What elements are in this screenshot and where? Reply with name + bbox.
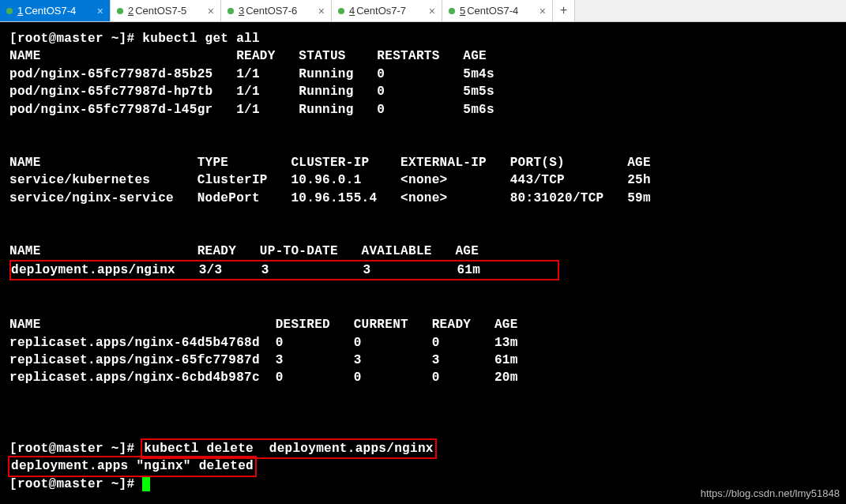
command: kubectl get all (142, 32, 260, 46)
status-dot-icon (117, 8, 123, 14)
tab-num: 1 (17, 5, 23, 17)
tab-num: 5 (460, 5, 465, 17)
terminal-content: [root@master ~]# kubectl get all NAME RE… (9, 30, 837, 493)
tab-label: CentOs7-7 (356, 5, 406, 17)
tab-num: 3 (239, 5, 244, 17)
status-dot-icon (227, 8, 234, 14)
pod-row: pod/nginx-65fc77987d-85b25 1/1 Running 0… (9, 67, 494, 81)
close-icon[interactable]: × (91, 5, 103, 17)
prompt: [root@master ~]# (9, 477, 142, 491)
replicaset-row: replicaset.apps/nginx-65fc77987d 3 3 3 6… (9, 353, 518, 367)
deployments-header: NAME READY UP-TO-DATE AVAILABLE AGE (9, 244, 479, 258)
watermark: https://blog.csdn.net/lmy51848 (701, 487, 840, 499)
replicasets-header: NAME DESIRED CURRENT READY AGE (9, 318, 518, 332)
add-tab-button[interactable]: + (553, 0, 575, 21)
tab-centos7-4-5[interactable]: 5 CentOS7-4 × (442, 0, 553, 21)
tab-centos7-7[interactable]: 4 CentOs7-7 × (332, 0, 442, 21)
tab-num: 4 (349, 5, 355, 17)
tab-label: CentOS7-6 (246, 5, 297, 17)
tab-label: CentOS7-5 (135, 5, 186, 17)
tab-bar: 1 CentOS7-4 × 2 CentOS7-5 × 3 CentOS7-6 … (0, 0, 846, 22)
pod-row: pod/nginx-65fc77987d-l45gr 1/1 Running 0… (9, 103, 494, 117)
pods-header: NAME READY STATUS RESTARTS AGE (9, 49, 487, 63)
terminal-output[interactable]: [root@master ~]# kubectl get all NAME RE… (0, 22, 846, 501)
status-dot-icon (449, 8, 455, 14)
cursor-icon (142, 477, 150, 491)
service-row: service/kubernetes ClusterIP 10.96.0.1 <… (9, 173, 651, 187)
close-icon[interactable]: × (312, 5, 325, 17)
tab-centos7-4-1[interactable]: 1 CentOS7-4 × (0, 0, 111, 21)
replicaset-row: replicaset.apps/nginx-6cbd4b987c 0 0 0 2… (9, 370, 518, 385)
replicaset-row: replicaset.apps/nginx-64d5b4768d 0 0 0 1… (9, 336, 518, 350)
tab-label: CentOS7-4 (467, 5, 518, 17)
close-icon[interactable]: × (201, 5, 214, 17)
deployment-row-highlighted: deployment.apps/nginx 3/3 3 3 61m (9, 260, 559, 280)
tab-num: 2 (128, 5, 133, 17)
prompt: [root@master ~]# (9, 32, 142, 46)
tab-centos7-6[interactable]: 3 CentOS7-6 × (221, 0, 332, 21)
services-header: NAME TYPE CLUSTER-IP EXTERNAL-IP PORT(S)… (9, 156, 651, 170)
close-icon[interactable]: × (533, 5, 546, 17)
status-dot-icon (338, 8, 344, 14)
deleted-message-highlighted: deployment.apps "nginx" deleted (8, 456, 257, 476)
prompt: [root@master ~]# (9, 442, 142, 456)
service-row: service/nginx-service NodePort 10.96.155… (9, 191, 651, 205)
tab-label: CentOS7-4 (24, 5, 76, 17)
pod-row: pod/nginx-65fc77987d-hp7tb 1/1 Running 0… (9, 85, 494, 99)
close-icon[interactable]: × (423, 5, 435, 17)
status-dot-icon (6, 8, 13, 14)
tab-centos7-5[interactable]: 2 CentOS7-5 × (111, 0, 221, 21)
